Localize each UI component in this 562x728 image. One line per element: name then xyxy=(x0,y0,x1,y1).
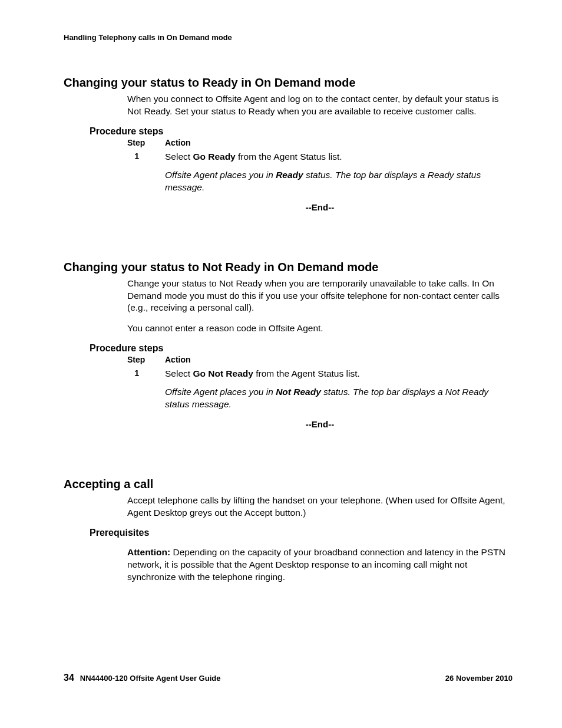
end-marker: --End-- xyxy=(127,202,513,212)
step-result: Offsite Agent places you in Not Ready st… xyxy=(165,386,513,411)
section-intro: Change your status to Not Ready when you… xyxy=(127,278,513,315)
attention-note: Attention: Depending on the capacity of … xyxy=(127,546,513,584)
step-number: 1 xyxy=(127,151,165,163)
table-row: 1 Select Go Not Ready from the Agent Sta… xyxy=(127,368,513,380)
document-page: Handling Telephony calls in On Demand mo… xyxy=(0,0,562,728)
table-row: 1 Select Go Ready from the Agent Status … xyxy=(127,151,513,163)
page-footer: 34NN44400-120 Offsite Agent User Guide 2… xyxy=(64,673,513,683)
running-header: Handling Telephony calls in On Demand mo… xyxy=(64,33,513,42)
procedure-steps-heading: Procedure steps xyxy=(90,126,513,137)
section-title-ready: Changing your status to Ready in On Dema… xyxy=(64,76,513,90)
col-header-step: Step xyxy=(127,138,165,147)
step-table: Step Action 1 Select Go Not Ready from t… xyxy=(127,355,513,429)
prerequisites-heading: Prerequisites xyxy=(90,528,513,538)
footer-date: 26 November 2010 xyxy=(445,674,513,683)
doc-title: NN44400-120 Offsite Agent User Guide xyxy=(80,674,221,683)
footer-left: 34NN44400-120 Offsite Agent User Guide xyxy=(64,673,220,683)
section-title-accepting: Accepting a call xyxy=(64,477,513,491)
procedure-steps-heading: Procedure steps xyxy=(90,343,513,354)
step-number: 1 xyxy=(127,368,165,380)
step-action: Select Go Ready from the Agent Status li… xyxy=(165,151,513,163)
end-marker: --End-- xyxy=(127,419,513,429)
col-header-step: Step xyxy=(127,355,165,364)
step-table: Step Action 1 Select Go Ready from the A… xyxy=(127,138,513,212)
step-result: Offsite Agent places you in Ready status… xyxy=(165,169,513,194)
col-header-action: Action xyxy=(165,138,513,147)
section-intro: When you connect to Offsite Agent and lo… xyxy=(127,93,513,118)
step-action: Select Go Not Ready from the Agent Statu… xyxy=(165,368,513,380)
section-intro: Accept telephone calls by lifting the ha… xyxy=(127,495,513,519)
col-header-action: Action xyxy=(165,355,513,364)
section-title-not-ready: Changing your status to Not Ready in On … xyxy=(64,261,513,274)
page-number: 34 xyxy=(64,673,74,683)
section-intro-2: You cannot enter a reason code in Offsit… xyxy=(127,322,513,335)
